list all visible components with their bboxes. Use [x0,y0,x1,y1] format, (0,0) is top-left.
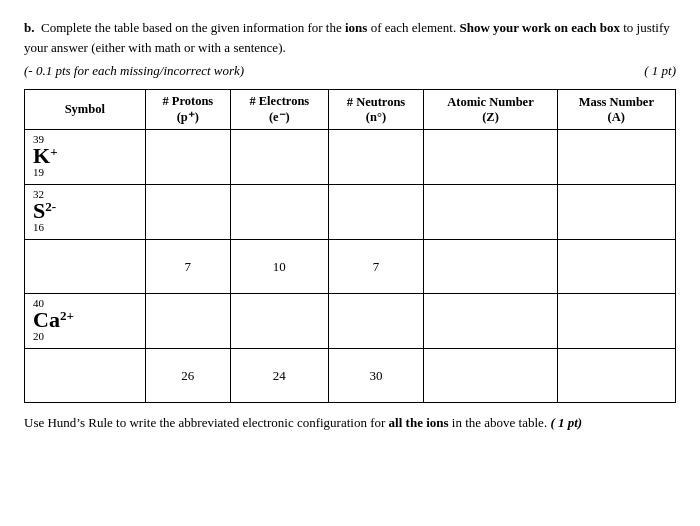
cell-mass_number [557,130,675,185]
table-row: 7107 [25,240,676,294]
header-section: b. Complete the table based on the given… [24,18,676,79]
col-electrons: # Electrons (e⁻) [231,90,329,130]
cell-electrons [231,130,329,185]
cell-protons [145,130,230,185]
table-header-row: Symbol # Protons (p⁺) # Electrons (e⁻) #… [25,90,676,130]
cell-neutrons: 7 [328,240,424,294]
table-row: 40 Ca2+ 20 [25,294,676,349]
ions-bold: ions [345,20,367,35]
cell-neutrons [328,185,424,240]
subheader-row: (- 0.1 pts for each missing/incorrect wo… [24,63,676,79]
symbol-cell [25,349,146,403]
footer-text2: in the above table. [452,415,547,430]
cell-mass_number [557,349,675,403]
symbol-cell: 40 Ca2+ 20 [25,294,146,349]
footer-text1: Use Hund’s Rule to write the abbreviated… [24,415,385,430]
cell-mass_number [557,294,675,349]
cell-atomic_number [424,294,557,349]
cell-neutrons: 30 [328,349,424,403]
col-atomic-number: Atomic Number (Z) [424,90,557,130]
cell-electrons: 24 [231,349,329,403]
cell-protons [145,294,230,349]
col-neutrons: # Neutrons (n°) [328,90,424,130]
cell-neutrons [328,294,424,349]
cell-protons [145,185,230,240]
instruction-text: b. Complete the table based on the given… [24,18,676,57]
table-row: 262430 [25,349,676,403]
cell-mass_number [557,240,675,294]
footer-note: Use Hund’s Rule to write the abbreviated… [24,413,676,433]
cell-electrons [231,185,329,240]
cell-atomic_number [424,185,557,240]
col-mass-number: Mass Number (A) [557,90,675,130]
col-symbol: Symbol [25,90,146,130]
label-b: b. [24,20,34,35]
show-work-bold: Show your work on each box [459,20,619,35]
cell-atomic_number [424,240,557,294]
cell-electrons: 10 [231,240,329,294]
cell-electrons [231,294,329,349]
cell-atomic_number [424,130,557,185]
penalty-text: (- 0.1 pts for each missing/incorrect wo… [24,63,244,79]
cell-mass_number [557,185,675,240]
symbol-cell: 32 S2- 16 [25,185,146,240]
col-protons: # Protons (p⁺) [145,90,230,130]
cell-protons: 7 [145,240,230,294]
cell-neutrons [328,130,424,185]
cell-atomic_number [424,349,557,403]
points-text: ( 1 pt) [644,63,676,79]
table-row: 39 K+ 19 [25,130,676,185]
symbol-cell: 39 K+ 19 [25,130,146,185]
footer-bold: all the ions [389,415,449,430]
cell-protons: 26 [145,349,230,403]
ions-table: Symbol # Protons (p⁺) # Electrons (e⁻) #… [24,89,676,403]
symbol-cell [25,240,146,294]
table-row: 32 S2- 16 [25,185,676,240]
footer-points: ( 1 pt) [550,415,582,430]
